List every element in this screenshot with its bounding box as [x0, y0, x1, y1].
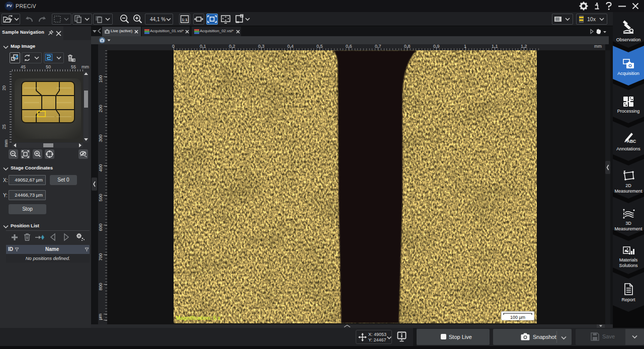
- svg-text:Magnification: 5 x: Magnification: 5 x: [176, 315, 221, 321]
- svg-text:Observation: Observation: [616, 37, 641, 42]
- svg-text:Measurement: Measurement: [614, 226, 642, 231]
- svg-text:Materials: Materials: [619, 257, 638, 263]
- svg-text:Solutions: Solutions: [619, 263, 638, 268]
- svg-text:100 µm: 100 µm: [510, 315, 525, 320]
- svg-text:2D: 2D: [625, 183, 631, 188]
- svg-text:Acquisition: Acquisition: [617, 71, 639, 76]
- svg-text:3D: 3D: [625, 221, 631, 226]
- svg-text:Processing: Processing: [617, 109, 640, 114]
- svg-text:1:1: 1:1: [182, 18, 188, 22]
- svg-text:Measurement: Measurement: [614, 189, 642, 194]
- svg-text:Annotations: Annotations: [616, 146, 640, 151]
- svg-text:ABC: ABC: [627, 139, 636, 144]
- svg-text:10x: 10x: [587, 16, 596, 22]
- svg-text:Report: Report: [621, 297, 635, 302]
